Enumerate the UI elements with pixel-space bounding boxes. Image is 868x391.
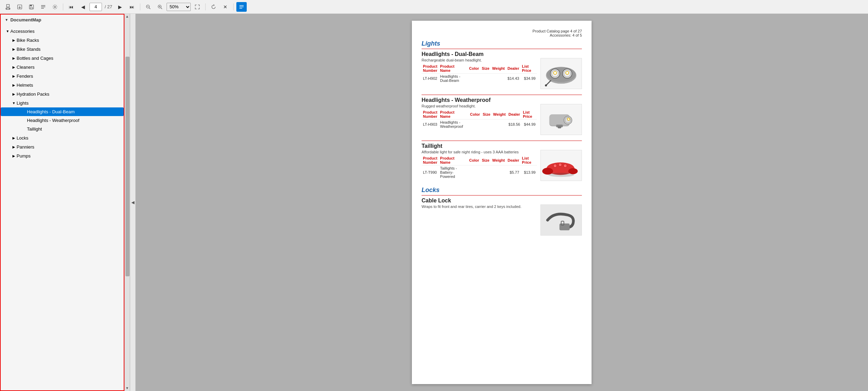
tree-label-bike-stands: Bike Stands — [17, 47, 40, 52]
col-color: Color — [468, 64, 481, 74]
table-row: LT-H902 Headlights - Dual-Beam $14.43 $3… — [422, 74, 537, 84]
svg-line-13 — [149, 8, 150, 9]
tree-label-accessories: Accessories — [10, 29, 35, 34]
properties-button[interactable] — [38, 2, 48, 12]
tree-arrow-lights[interactable]: ▼ — [11, 100, 17, 106]
section-lights-title: Lights — [422, 40, 582, 47]
product-cable-lock: Cable Lock Wraps to fit front and rear t… — [422, 195, 582, 236]
tree-arrow-helmets[interactable]: ▶ — [11, 82, 17, 88]
col-weight: Weight — [491, 64, 506, 74]
docmap-item-locks[interactable]: ▶Locks — [1, 133, 124, 142]
scroll-thumb[interactable] — [125, 57, 130, 276]
first-page-button[interactable]: ⏮ — [66, 2, 76, 12]
export-button[interactable] — [15, 2, 25, 12]
table-row: LT-T990 Taillights - Battery-Powered $5.… — [422, 165, 537, 180]
tree-arrow-bike-racks[interactable]: ▶ — [11, 37, 17, 43]
tree-label-hydration-packs: Hydration Packs — [17, 92, 49, 97]
scroll-track — [125, 19, 130, 385]
svg-rect-19 — [239, 5, 244, 6]
tree-arrow-locks[interactable]: ▶ — [11, 135, 17, 141]
close-button[interactable]: ✕ — [220, 2, 230, 12]
docmap-item-cleaners[interactable]: ▶Cleaners — [1, 63, 124, 71]
docmap-item-bike-stands[interactable]: ▶Bike Stands — [1, 45, 124, 54]
document-map-panel: ▼ DocumentMap ▼Accessories▶Bike Racks▶Bi… — [0, 14, 124, 391]
tree-arrow-pumps[interactable]: ▶ — [11, 153, 17, 159]
panel-scrollbar[interactable]: ▲ ▼ — [124, 14, 130, 391]
docmap-item-taillight[interactable]: Taillight — [1, 125, 124, 133]
col-name: ProductName — [439, 64, 468, 74]
docmap-item-bike-racks[interactable]: ▶Bike Racks — [1, 36, 124, 45]
tree-arrow-hydration-packs[interactable]: ▶ — [11, 91, 17, 97]
product-table-weatherproof: ProductNumber ProductName ColorSizeWeigh… — [422, 109, 537, 129]
scroll-down-arrow[interactable]: ▼ — [124, 385, 130, 391]
product-table-taillight: ProductNumber ProductName ColorSizeWeigh… — [422, 155, 537, 179]
separator-1 — [63, 3, 63, 10]
product-name-dual-beam: Headlights - Dual-Beam — [422, 51, 582, 57]
separator-4 — [233, 3, 234, 10]
next-page-button[interactable]: ▶ — [115, 2, 125, 12]
tree-label-taillight: Taillight — [27, 126, 42, 132]
docmap-item-pumps[interactable]: ▶Pumps — [1, 151, 124, 160]
setup-button[interactable] — [50, 2, 60, 12]
content-area[interactable]: Product Catalog page 4 of 27 Accessories… — [135, 14, 868, 391]
zoom-in-button[interactable] — [155, 2, 165, 12]
scroll-up-arrow[interactable]: ▲ — [124, 14, 130, 19]
docmap-item-bottles-cages[interactable]: ▶Bottles and Cages — [1, 54, 124, 63]
tree-arrow-bottles-cages[interactable]: ▶ — [11, 55, 17, 61]
docmap-item-panniers[interactable]: ▶Panniers — [1, 142, 124, 151]
col-size: Size — [480, 64, 491, 74]
collapse-handle[interactable]: ◀ — [130, 14, 135, 391]
docmap-item-lights[interactable]: ▼Lights — [1, 98, 124, 107]
tree-label-cleaners: Cleaners — [17, 65, 35, 70]
svg-rect-20 — [239, 7, 244, 7]
svg-point-48 — [548, 173, 574, 177]
tree-label-fenders: Fenders — [17, 74, 33, 79]
section-locks-title: Locks — [422, 187, 582, 194]
docmap-item-headlights-weatherproof[interactable]: Headlights - Weatherproof — [1, 116, 124, 125]
product-desc-weatherproof: Rugged weatherproof headlight. — [422, 104, 537, 108]
product-desc-cable-lock: Wraps to fit front and rear tires, carri… — [422, 204, 537, 209]
product-name-taillight: Taillight — [422, 143, 582, 149]
page-total: / 27 — [105, 4, 112, 9]
prev-page-button[interactable]: ◀ — [78, 2, 88, 12]
refresh-button[interactable] — [208, 2, 219, 12]
tree-label-pumps: Pumps — [17, 153, 30, 159]
save-button[interactable] — [26, 2, 37, 12]
svg-point-38 — [568, 118, 569, 120]
product-headlights-dual-beam: Headlights - Dual-Beam Rechargeable dual… — [422, 49, 582, 89]
docmap-toggle-button[interactable] — [236, 2, 247, 12]
svg-rect-7 — [30, 7, 32, 9]
tree-arrow-cleaners[interactable]: ▶ — [11, 64, 17, 70]
svg-rect-40 — [558, 126, 561, 128]
zoom-out-button[interactable] — [143, 2, 153, 12]
docmap-item-headlights-dual-beam[interactable]: Headlights - Dual-Beam — [1, 107, 124, 116]
print-button[interactable] — [3, 2, 13, 12]
document-map-header: ▼ DocumentMap — [1, 15, 124, 25]
tree-label-bottles-cages: Bottles and Cages — [17, 56, 53, 61]
tree-label-locks: Locks — [17, 135, 28, 141]
last-page-button[interactable]: ⏭ — [127, 2, 137, 12]
separator-2 — [140, 3, 140, 10]
page-number-input[interactable]: 4 — [89, 3, 102, 11]
col-list: List Price — [520, 64, 537, 74]
docmap-arrow[interactable]: ▼ — [5, 18, 8, 22]
svg-rect-9 — [41, 7, 45, 7]
zoom-select[interactable]: 25% 50% 75% 100% 150% 200% — [167, 3, 191, 11]
docmap-item-helmets[interactable]: ▶Helmets — [1, 80, 124, 89]
product-desc-dual-beam: Rechargeable dual-beam headlight. — [422, 58, 537, 62]
svg-point-3 — [9, 8, 10, 9]
tree-arrow-accessories[interactable]: ▼ — [5, 28, 10, 34]
tree-arrow-panniers[interactable]: ▶ — [11, 144, 17, 150]
docmap-item-accessories[interactable]: ▼Accessories — [1, 27, 124, 36]
product-desc-taillight: Affordable light for safe night riding -… — [422, 150, 537, 154]
svg-point-45 — [564, 164, 567, 168]
document-map-scroll[interactable]: ▼Accessories▶Bike Racks▶Bike Stands▶Bott… — [1, 25, 124, 390]
tree-arrow-bike-stands[interactable]: ▶ — [11, 46, 17, 52]
docmap-item-hydration-packs[interactable]: ▶Hydration Packs — [1, 89, 124, 98]
table-row: LT-H903 Headlights - Weatherproof $18.56… — [422, 120, 537, 130]
docmap-item-fenders[interactable]: ▶Fenders — [1, 71, 124, 80]
product-image-dual-beam — [540, 58, 582, 89]
fit-button[interactable] — [192, 2, 202, 12]
tree-arrow-fenders[interactable]: ▶ — [11, 73, 17, 79]
svg-point-47 — [568, 168, 578, 174]
